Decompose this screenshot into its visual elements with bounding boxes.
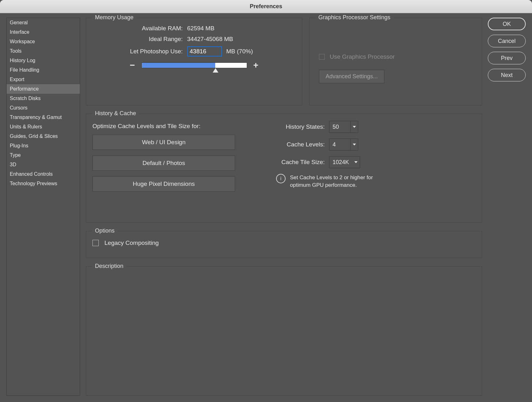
chevron-down-icon <box>350 139 358 150</box>
memory-usage-panel: Memory Usage Available RAM: 62594 MB Ide… <box>86 18 302 105</box>
center-panels: Memory Usage Available RAM: 62594 MB Ide… <box>86 18 482 396</box>
preset-huge-pixel-dimensions-button[interactable]: Huge Pixel Dimensions <box>92 176 235 192</box>
optimize-label: Optimize Cache Levels and Tile Size for: <box>92 123 244 130</box>
history-states-label: History States: <box>257 123 329 130</box>
prev-button[interactable]: Prev <box>488 52 526 64</box>
dialog-buttons: OK Cancel Prev Next <box>488 18 526 396</box>
cache-tile-value: 1024K <box>329 159 352 166</box>
cache-levels-value: 4 <box>329 141 350 148</box>
memory-input[interactable] <box>187 46 222 56</box>
chevron-down-icon <box>350 121 358 133</box>
use-gpu-checkbox: Use Graphics Processor <box>319 53 476 60</box>
sidebar-item-interface[interactable]: Interface <box>7 27 80 37</box>
cache-levels-select[interactable]: 4 <box>329 139 358 151</box>
sidebar-item-units-rulers[interactable]: Units & Rulers <box>7 122 80 132</box>
sidebar-item-cursors[interactable]: Cursors <box>7 103 80 113</box>
sidebar-item-enhanced-controls[interactable]: Enhanced Controls <box>7 169 80 179</box>
history-states-value: 50 <box>329 124 350 130</box>
titlebar: Preferences <box>0 0 532 13</box>
preset-default-photos-button[interactable]: Default / Photos <box>92 156 235 171</box>
slider-thumb-icon[interactable] <box>213 68 218 73</box>
checkbox-icon <box>92 240 99 246</box>
sidebar-item-file-handling[interactable]: File Handling <box>7 65 80 75</box>
history-cache-panel: History & Cache Optimize Cache Levels an… <box>86 114 482 223</box>
sidebar-item-export[interactable]: Export <box>7 75 80 84</box>
window-title: Preferences <box>250 3 282 10</box>
cache-info-text: Set Cache Levels to 2 or higher for opti… <box>290 174 391 189</box>
sidebar-item-tools[interactable]: Tools <box>7 46 80 56</box>
cache-tile-label: Cache Tile Size: <box>257 159 329 166</box>
history-legend: History & Cache <box>92 110 139 117</box>
ideal-range-label: Ideal Range: <box>92 36 187 43</box>
chevron-down-icon <box>352 157 360 168</box>
advanced-settings-button: Advanced Settings... <box>319 70 384 83</box>
memory-suffix: MB (70%) <box>226 48 253 55</box>
memory-increase-button[interactable]: + <box>253 60 258 70</box>
memory-decrease-button[interactable]: − <box>130 60 135 70</box>
ideal-range-value: 34427-45068 MB <box>187 36 233 43</box>
sidebar-item-workspace[interactable]: Workspace <box>7 37 80 46</box>
sidebar-item-3d[interactable]: 3D <box>7 160 80 169</box>
sidebar-item-scratch-disks[interactable]: Scratch Disks <box>7 94 80 103</box>
legacy-compositing-checkbox[interactable]: Legacy Compositing <box>92 239 476 246</box>
memory-legend: Memory Usage <box>92 14 137 21</box>
sidebar-item-transparency-gamut[interactable]: Transparency & Gamut <box>7 113 80 122</box>
sidebar-item-history-log[interactable]: History Log <box>7 56 80 65</box>
sidebar-item-plug-ins[interactable]: Plug-Ins <box>7 141 80 151</box>
preset-web-ui-design-button[interactable]: Web / UI Design <box>92 135 235 150</box>
description-legend: Description <box>92 263 127 269</box>
let-use-label: Let Photoshop Use: <box>92 48 187 55</box>
preferences-sidebar: GeneralInterfaceWorkspaceToolsHistory Lo… <box>6 18 80 396</box>
content-area: GeneralInterfaceWorkspaceToolsHistory Lo… <box>0 13 532 402</box>
gpu-legend: Graphics Processor Settings <box>315 14 393 21</box>
checkbox-icon <box>319 54 325 60</box>
legacy-compositing-label: Legacy Compositing <box>104 239 159 246</box>
description-panel: Description <box>86 266 482 396</box>
options-legend: Options <box>92 228 118 234</box>
sidebar-item-general[interactable]: General <box>7 18 80 27</box>
options-panel: Options Legacy Compositing <box>86 231 482 258</box>
preferences-window: Preferences GeneralInterfaceWorkspaceToo… <box>0 0 532 402</box>
cancel-button[interactable]: Cancel <box>488 35 526 47</box>
use-gpu-label: Use Graphics Processor <box>330 53 395 60</box>
sidebar-item-performance[interactable]: Performance <box>7 84 80 94</box>
sidebar-item-type[interactable]: Type <box>7 151 80 160</box>
cache-tile-select[interactable]: 1024K <box>329 156 360 168</box>
sidebar-item-guides-grid-slices[interactable]: Guides, Grid & Slices <box>7 132 80 141</box>
available-ram-label: Available RAM: <box>92 25 187 32</box>
top-row: Memory Usage Available RAM: 62594 MB Ide… <box>86 18 482 105</box>
info-icon: i <box>276 174 286 183</box>
cache-levels-label: Cache Levels: <box>257 141 329 148</box>
memory-slider[interactable] <box>141 62 247 68</box>
ok-button[interactable]: OK <box>488 18 526 30</box>
gpu-panel: Graphics Processor Settings Use Graphics… <box>309 18 482 105</box>
available-ram-value: 62594 MB <box>187 25 215 32</box>
next-button[interactable]: Next <box>488 69 526 81</box>
history-states-select[interactable]: 50 <box>329 121 358 133</box>
sidebar-item-technology-previews[interactable]: Technology Previews <box>7 179 80 188</box>
